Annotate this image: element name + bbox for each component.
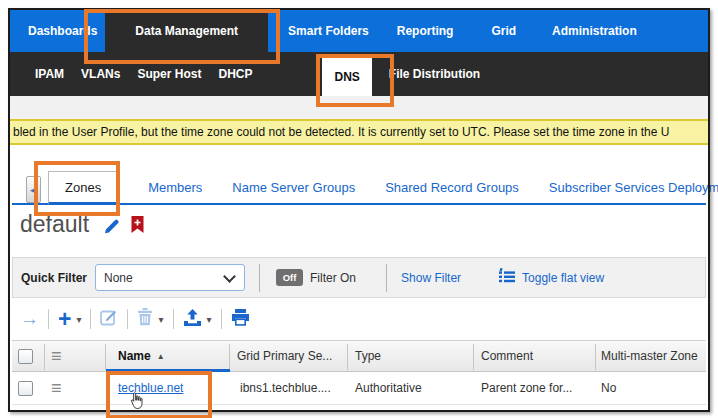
column-header-multi-master[interactable]: Multi-master Zone (601, 341, 698, 371)
tab-subscriber-services[interactable]: Subscriber Services Deploym (549, 180, 718, 205)
quick-filter-selected-value: None (104, 271, 133, 285)
column-header-type[interactable]: Type (355, 341, 381, 371)
nav-smart-folders[interactable]: Smart Folders (288, 24, 369, 38)
delete-button[interactable]: ▾ (137, 308, 163, 330)
quick-filter-label: Quick Filter (21, 271, 87, 285)
bookmark-plus-icon (130, 220, 145, 237)
show-filter-link[interactable]: Show Filter (401, 271, 461, 285)
zone-name-link[interactable]: techblue.net (118, 381, 183, 395)
chevron-left-icon: ◀ (30, 185, 37, 195)
subnav-file-distribution[interactable]: File Distribution (389, 67, 480, 81)
column-separator (347, 344, 348, 370)
column-header-name[interactable]: Name ▲ (118, 341, 165, 371)
cell-grid-primary: ibns1.techblue.... (240, 372, 331, 404)
caret-down-icon: ▾ (207, 314, 212, 325)
column-separator (105, 344, 106, 370)
caret-down-icon: ▾ (158, 314, 163, 325)
subnav-super-host[interactable]: Super Host (137, 67, 201, 81)
row-select-cell (18, 372, 33, 404)
pencil-icon (102, 222, 121, 239)
divider (173, 309, 174, 329)
main-navbar: Dashboards Data Management Smart Folders… (10, 10, 708, 52)
row-menu-cell: ≡ (51, 372, 62, 404)
column-header-comment[interactable]: Comment (481, 341, 533, 371)
upload-icon (183, 309, 202, 330)
arrow-right-icon: → (20, 309, 39, 329)
dns-view-title: default (20, 211, 89, 238)
app-window: Dashboards Data Management Smart Folders… (0, 0, 718, 418)
subnav-vlans[interactable]: VLANs (81, 67, 120, 81)
divider (386, 264, 387, 292)
upload-button[interactable]: ▾ (183, 309, 212, 330)
toggle-flat-view-label: Toggle flat view (522, 271, 604, 285)
add-button[interactable]: +▾ (58, 309, 81, 329)
column-separator (473, 344, 474, 370)
divider (90, 309, 91, 329)
filter-off-toggle[interactable]: Off (276, 269, 303, 286)
edit-button[interactable] (100, 308, 118, 330)
grid-toolbar: → +▾ ▾ ▾ (20, 304, 250, 334)
subnav-dns-label: DNS (334, 70, 359, 84)
cell-multi-master: No (601, 372, 616, 404)
select-all-cell (18, 341, 33, 371)
tab-zones[interactable]: Zones (48, 171, 118, 205)
toggle-flat-view-button[interactable]: Toggle flat view (499, 268, 604, 287)
row-checkbox[interactable] (18, 381, 33, 396)
subnav-dhcp[interactable]: DHCP (218, 67, 252, 81)
caret-down-icon: ▾ (76, 314, 81, 325)
subnav-ipam[interactable]: IPAM (35, 67, 64, 81)
divider (127, 309, 128, 329)
print-button[interactable] (231, 309, 250, 330)
sort-ascending-icon: ▲ (157, 352, 165, 361)
trash-icon (137, 308, 153, 330)
dropdown-chevron-icon (223, 270, 236, 283)
nav-grid[interactable]: Grid (491, 24, 516, 38)
navigate-arrow-button[interactable]: → (20, 309, 39, 329)
nav-reporting[interactable]: Reporting (397, 24, 454, 38)
header-spacer (10, 96, 708, 119)
cell-type: Authoritative (355, 372, 422, 404)
tab-members[interactable]: Members (148, 180, 202, 205)
hamburger-icon[interactable]: ≡ (51, 347, 62, 365)
sub-navbar: IPAM VLANs Super Host DHCP DNS File Dist… (10, 52, 708, 96)
filter-on-label: Filter On (310, 271, 356, 285)
view-tabs: Zones Members Name Server Groups Shared … (48, 172, 718, 205)
flat-list-icon (499, 268, 516, 287)
column-multi-master-label: Multi-master Zone (601, 349, 698, 363)
column-comment-label: Comment (481, 349, 533, 363)
plus-icon: + (58, 309, 71, 329)
nav-dashboards[interactable]: Dashboards (28, 24, 97, 38)
nav-data-management[interactable]: Data Management (105, 10, 268, 52)
column-name-label: Name (118, 349, 151, 363)
edit-view-button[interactable] (102, 217, 121, 240)
print-icon (231, 309, 250, 330)
column-separator (44, 344, 45, 370)
zones-table-header: ≡ Name ▲ Grid Primary Se... Type Comment… (12, 340, 706, 372)
content-area: ◀ Zones Members Name Server Groups Share… (10, 145, 708, 408)
quick-filter-dropdown[interactable]: None (95, 264, 245, 291)
hamburger-icon[interactable]: ≡ (51, 379, 62, 397)
tab-name-server-groups[interactable]: Name Server Groups (232, 180, 355, 205)
table-row[interactable]: ≡ techblue.net ibns1.techblue.... Author… (12, 372, 706, 405)
column-header-grid-primary[interactable]: Grid Primary Se... (237, 341, 332, 371)
timezone-warning-text: bled in the User Profile, but the time z… (10, 125, 669, 139)
divider (259, 264, 260, 292)
column-separator (595, 344, 596, 370)
column-grid-primary-label: Grid Primary Se... (237, 349, 332, 363)
add-bookmark-button[interactable] (130, 215, 145, 238)
divider (221, 309, 222, 329)
column-type-label: Type (355, 349, 381, 363)
tab-scroll-left-button[interactable]: ◀ (26, 176, 41, 203)
header-menu-cell: ≡ (51, 341, 62, 371)
select-all-checkbox[interactable] (18, 349, 33, 364)
nav-data-management-label: Data Management (135, 24, 238, 38)
edit-icon (100, 308, 118, 330)
column-separator (229, 344, 230, 370)
nav-administration[interactable]: Administration (552, 24, 637, 38)
divider (48, 309, 49, 329)
tab-shared-record-groups[interactable]: Shared Record Groups (385, 180, 519, 205)
cell-comment: Parent zone for... (481, 372, 572, 404)
timezone-warning-banner: bled in the User Profile, but the time z… (10, 119, 708, 145)
subnav-dns[interactable]: DNS (322, 57, 371, 96)
quick-filter-bar: Quick Filter None Off Filter On Show Fil… (12, 257, 706, 298)
